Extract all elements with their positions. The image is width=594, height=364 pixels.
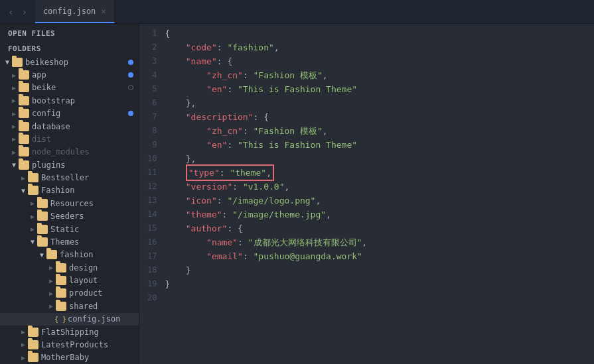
code-token: "en"	[206, 138, 227, 152]
code-token	[165, 138, 206, 152]
tree-item-node-modules[interactable]: ▶ node_modules	[0, 146, 139, 158]
code-token: "This is Fashion Theme"	[238, 82, 357, 96]
code-token: },	[165, 152, 196, 166]
tree-label-flatshipping: FlatShipping	[41, 328, 139, 337]
tree-item-fashion-sub[interactable]: ▼ fashion	[0, 249, 139, 261]
tree-item-config-json[interactable]: ▶ { } config.json	[0, 313, 139, 326]
tree-arrow-static: ▶	[28, 225, 37, 233]
code-token	[165, 235, 206, 249]
tree-arrow-resources: ▶	[28, 200, 37, 207]
code-line-16: "name": "成都光大网络科技有限公司",	[165, 235, 581, 249]
code-token: :	[227, 221, 238, 235]
sidebar: OPEN FILES FOLDERS ▼ beikeshop ▶ app ▶ b…	[0, 24, 139, 364]
code-token: }	[165, 263, 190, 277]
tree-item-config[interactable]: ▶ config	[0, 107, 139, 120]
code-token: "/image/theme.jpg"	[232, 208, 326, 221]
code-token: "成都光大网络科技有限公司"	[248, 235, 362, 249]
tree-arrow-database: ▶	[9, 123, 19, 130]
code-token: :	[217, 194, 228, 208]
code-token	[165, 166, 185, 180]
folder-icon-beike	[19, 83, 29, 92]
code-line-14: "theme": "/image/theme.jpg",	[165, 208, 581, 221]
line-num-16: 16	[147, 235, 157, 249]
tree-item-static[interactable]: ▶ Static	[0, 223, 139, 235]
line-num-1: 1	[147, 27, 157, 40]
folder-icon-app	[19, 70, 29, 80]
tree-item-beike[interactable]: ▶ beike	[0, 82, 139, 94]
tree-arrow-themes: ▼	[28, 238, 37, 245]
tree-label-resources: Resources	[50, 199, 139, 208]
code-token: :	[243, 124, 254, 138]
code-line-7: "description": {	[165, 110, 581, 124]
tree-item-seeders[interactable]: ▶ Seeders	[0, 210, 139, 223]
tree-item-plugins[interactable]: ▼ plugins	[0, 158, 139, 171]
tree-arrow-beike: ▶	[9, 84, 19, 91]
code-token: ,	[323, 68, 328, 82]
tree-item-dist[interactable]: ▶ dist	[0, 133, 139, 145]
tree-item-database[interactable]: ▶ database	[0, 120, 139, 133]
code-token	[165, 291, 170, 305]
code-token: :	[254, 110, 264, 124]
tree-item-motherbaby[interactable]: ▶ MotherBaby	[0, 351, 139, 364]
folder-icon-themes	[37, 237, 48, 247]
nav-back-icon[interactable]: ‹	[5, 5, 16, 19]
tree-item-resources[interactable]: ▶ Resources	[0, 197, 139, 210]
tree-label-latestproducts: LatestProducts	[41, 340, 139, 349]
tree-label-motherbaby: MotherBaby	[41, 353, 139, 362]
tree-item-design[interactable]: ▶ design	[0, 261, 139, 274]
folder-icon-database	[19, 122, 29, 131]
folder-icon-dist	[19, 135, 29, 144]
tree-arrow-flatshipping: ▶	[19, 328, 28, 335]
code-line-18: }	[165, 263, 581, 277]
tree-arrow-bootstrap: ▶	[9, 97, 19, 104]
code-token: {	[227, 54, 232, 68]
tree-item-app[interactable]: ▶ app	[0, 68, 139, 81]
tree-arrow-product: ▶	[46, 290, 56, 297]
code-token	[165, 124, 206, 138]
tree-item-bestseller[interactable]: ▶ Bestseller	[0, 171, 139, 184]
code-token: "v1.0.0"	[243, 180, 285, 194]
tree-item-bootstrap[interactable]: ▶ bootstrap	[0, 94, 139, 107]
tree-item-themes[interactable]: ▼ Themes	[0, 235, 139, 248]
line-num-5: 5	[147, 82, 157, 96]
code-line-9: "en": "This is Fashion Theme"	[165, 138, 581, 152]
tab-close-button[interactable]: ✕	[101, 7, 106, 16]
tree-item-product[interactable]: ▶ product	[0, 287, 139, 300]
folder-icon-resources	[37, 199, 48, 208]
code-line-17: "email": "pushuo@guangda.work"	[165, 249, 581, 263]
code-token: {	[263, 110, 269, 124]
tree-item-layout[interactable]: ▶ layout	[0, 274, 139, 286]
code-token: "This is Fashion Theme"	[238, 138, 357, 152]
folder-icon-fashion-sub	[46, 250, 57, 259]
tab-config-json[interactable]: config.json ✕	[35, 0, 115, 23]
tree-label-fashion-sub: fashion	[60, 250, 139, 259]
tree-arrow-fashion-sub: ▼	[37, 251, 46, 259]
code-token: {	[165, 27, 170, 40]
tab-label: config.json	[43, 7, 96, 16]
tree-label-node-modules: node_modules	[32, 147, 139, 156]
tree-label-plugins: plugins	[32, 160, 139, 170]
code-line-8: "zh_cn": "Fashion 模板",	[165, 124, 581, 138]
code-content[interactable]: { "code": "fashion", "name": { "zh_cn": …	[165, 27, 594, 361]
tree-arrow-motherbaby: ▶	[19, 354, 28, 361]
tree-item-latestproducts[interactable]: ▶ LatestProducts	[0, 338, 139, 351]
code-token: :	[220, 168, 230, 178]
code-token	[165, 208, 185, 221]
tree-label-app: app	[32, 70, 128, 80]
tree-item-beikeshop[interactable]: ▼ beikeshop	[0, 56, 139, 68]
code-token: "description"	[186, 110, 254, 124]
code-token: "version"	[186, 180, 232, 194]
code-token: ,	[266, 168, 271, 178]
tree-item-fashion[interactable]: ▼ Fashion	[0, 184, 139, 197]
code-token: ,	[285, 180, 290, 194]
tree-arrow-layout: ▶	[46, 277, 56, 284]
nav-forward-icon[interactable]: ›	[19, 5, 29, 19]
tree-item-flatshipping[interactable]: ▶ FlatShipping	[0, 326, 139, 338]
tree-item-shared[interactable]: ▶ shared	[0, 300, 139, 312]
badge-beikeshop	[128, 60, 133, 65]
tree-label-database: database	[32, 122, 139, 131]
tree-label-design: design	[69, 263, 139, 273]
badge-app	[128, 72, 133, 78]
line-num-7: 7	[147, 110, 157, 124]
tree-label-themes: Themes	[50, 237, 139, 247]
